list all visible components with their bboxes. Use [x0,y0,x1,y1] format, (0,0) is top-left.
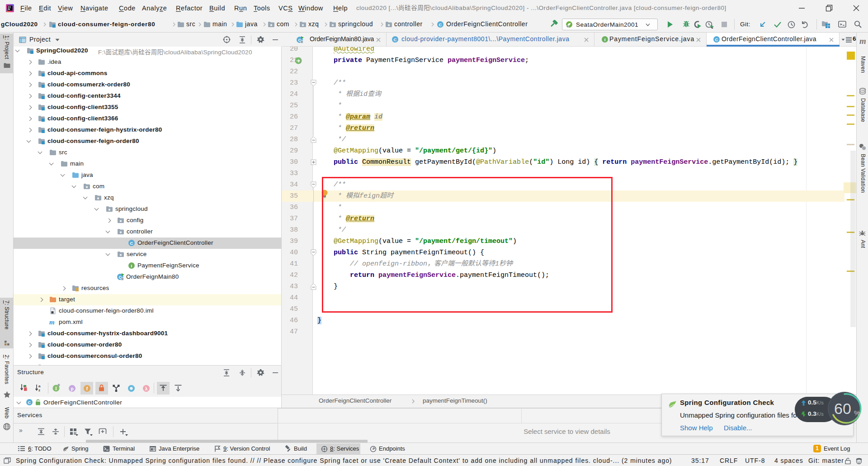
svg-text:C: C [130,241,133,246]
svg-text:60: 60 [834,400,851,417]
svg-text:I: I [55,386,57,391]
svg-text:C: C [439,22,442,27]
svg-text:C: C [394,37,397,42]
svg-text:p: p [71,386,73,391]
svg-text:C: C [28,400,31,405]
svg-text:I: I [604,37,606,42]
svg-text:I: I [131,263,132,268]
svg-text:%: % [854,409,860,417]
svg-text:C: C [715,37,718,42]
svg-text:λ: λ [145,386,148,391]
svg-text:z: z [38,388,40,392]
